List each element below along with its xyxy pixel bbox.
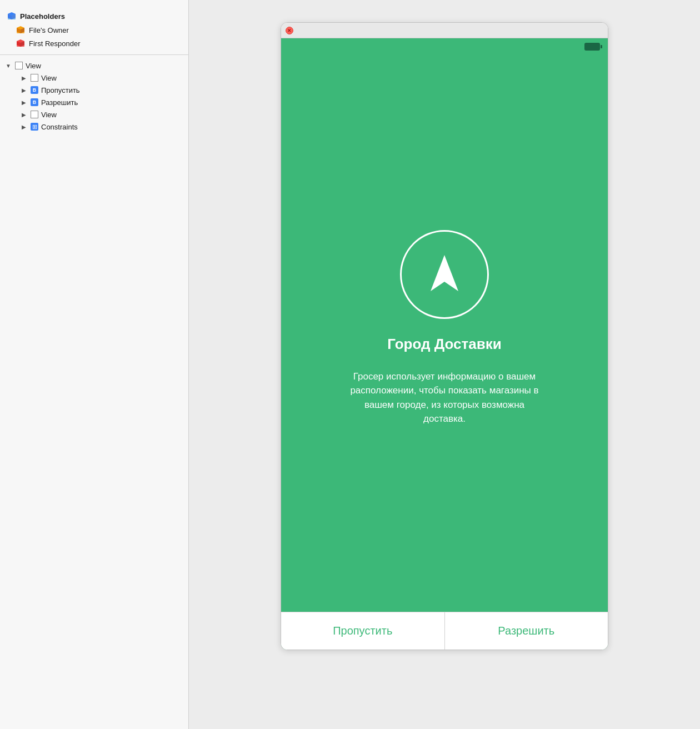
screen-description: Гросер использует информацию о вашем рас… [350,370,539,426]
constraints-icon [30,122,39,131]
files-owner-label: File's Owner [29,26,69,34]
files-owner-icon [16,25,26,35]
status-bar [281,38,608,55]
view-root-icon [14,61,23,70]
tree-arrow-view-root[interactable] [4,62,12,69]
allow-button[interactable]: Разрешить [444,612,608,650]
simulator-titlebar [281,23,608,38]
placeholders-section: Placeholders [0,9,188,23]
skip-button[interactable]: Пропустить [281,612,444,650]
constraints-label: Constraints [41,123,78,131]
view-child1-label: View [41,74,57,82]
placeholders-label: Placeholders [20,12,65,21]
screen-content: Город Доставки Гросер использует информа… [281,55,608,612]
first-responder-label: First Responder [29,39,80,48]
sidebar: Placeholders File's Owner First Responde… [0,0,189,729]
sidebar-item-view-root[interactable]: View [0,59,188,72]
navigation-icon [419,249,469,299]
svg-marker-12 [431,255,458,291]
sidebar-divider [0,54,188,55]
sidebar-item-first-responder[interactable]: First Responder [0,37,188,50]
view-child2-icon [30,110,39,119]
main-content: Город Доставки Гросер использует информа… [189,0,700,729]
close-button[interactable] [286,27,293,34]
tree-arrow-view-child1[interactable] [20,74,28,82]
view-root-label: View [26,62,41,70]
placeholders-icon [7,11,17,21]
sidebar-item-btn-propustit[interactable]: B Пропустить [0,84,188,96]
screen-title: Город Доставки [387,336,502,353]
btn-razreshit-icon: B [30,98,39,107]
battery-icon [584,43,600,51]
view-child1-icon [30,73,39,82]
sidebar-item-view-child2[interactable]: View [0,108,188,121]
btn-propustit-icon: B [30,86,39,94]
tree-arrow-view-child2[interactable] [20,111,28,118]
tree-arrow-propustit[interactable] [20,86,28,94]
btn-razreshit-label: Разрешить [41,98,78,107]
sidebar-item-btn-razreshit[interactable]: B Разрешить [0,96,188,108]
sidebar-item-view-child1[interactable]: View [0,72,188,84]
simulator-window: Город Доставки Гросер использует информа… [281,22,608,650]
btn-propustit-label: Пропустить [41,86,80,94]
first-responder-icon [16,38,26,48]
sidebar-item-files-owner[interactable]: File's Owner [0,23,188,37]
location-icon-container [400,230,489,319]
tree-arrow-constraints[interactable] [20,123,28,131]
sidebar-item-constraints[interactable]: Constraints [0,121,188,133]
bottom-buttons: Пропустить Разрешить [281,612,608,650]
view-child2-label: View [41,111,57,119]
tree-arrow-razreshit[interactable] [20,98,28,106]
phone-screen: Город Доставки Гросер использует информа… [281,38,608,650]
